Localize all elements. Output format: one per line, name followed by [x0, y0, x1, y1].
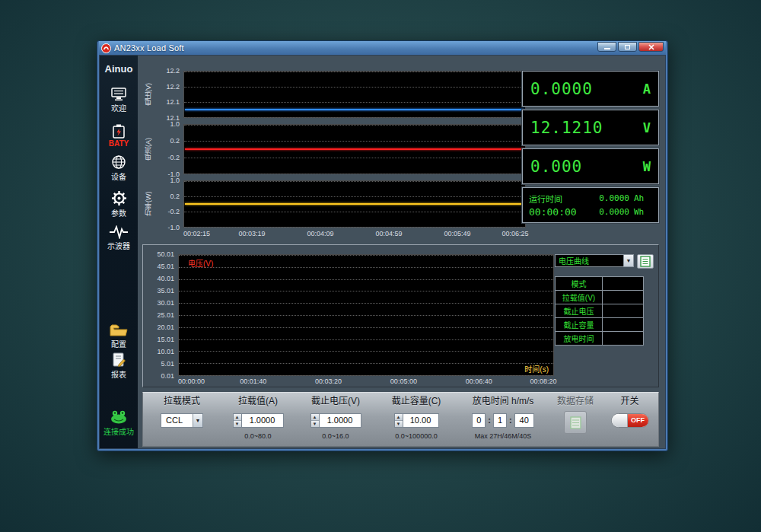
current-axis-label: 电流(A) — [143, 124, 153, 174]
strip-charts: 电压(V) 12.212.212.112.1 电流(A) 1.00.2-0.2-… — [142, 59, 527, 241]
param-value-cell — [603, 332, 644, 346]
export-report-button[interactable] — [637, 254, 654, 269]
chevron-down-icon[interactable]: ▼ — [623, 255, 633, 266]
y-tick-label: 20.01 — [157, 323, 174, 331]
y-tick-label: 12.1 — [166, 98, 180, 106]
y-tick-label: -1.0 — [167, 224, 180, 231]
y-tick-label: 10.01 — [157, 348, 174, 355]
x-tick-label: 00:04:59 — [375, 230, 402, 237]
param-value-cell — [603, 304, 644, 318]
current-plot — [183, 124, 526, 174]
minutes-field[interactable]: 1 — [493, 413, 507, 428]
current-display: 0.0000 A — [522, 71, 659, 107]
gridline — [179, 315, 553, 316]
app-logo-icon — [101, 43, 111, 53]
trace-电流 — [185, 148, 524, 150]
voltage-axis-label: 电压(V) — [143, 71, 153, 118]
spin-down-icon[interactable]: ▼ — [234, 421, 241, 427]
y-tick-label: -0.2 — [167, 208, 180, 215]
y-tick-label: 30.01 — [157, 299, 174, 307]
gridline — [184, 87, 525, 88]
strip-time-axis: 00:02:1500:03:1900:04:0900:04:5900:05:49… — [183, 230, 526, 239]
load-mode-header: 拉载模式 — [164, 393, 200, 409]
y-tick-label: 1.0 — [170, 120, 180, 128]
main-voltage-chart: 50.0145.0140.0135.0130.0125.0120.0115.01… — [145, 254, 556, 388]
y-tick-label: 0.01 — [161, 372, 174, 380]
connection-status: 连接成功 — [100, 410, 138, 437]
output-toggle[interactable]: OFF — [611, 413, 649, 428]
cutoff-capacity-header: 截止容量(C) — [392, 393, 441, 409]
y-tick-label: 40.01 — [157, 275, 174, 282]
cutoff-capacity-stepper[interactable]: ▲ ▼ 10.00 — [394, 413, 439, 428]
curve-section: 50.0145.0140.0135.0130.0125.0120.0115.01… — [142, 244, 659, 387]
y-tick-label: 45.01 — [157, 263, 174, 270]
folder-icon — [110, 323, 128, 337]
brand-logo: Ainuo — [100, 63, 138, 75]
param-value-cell — [603, 318, 644, 332]
spin-down-icon[interactable]: ▼ — [311, 421, 319, 427]
trend-charts-section: 电压(V) 12.212.212.112.1 电流(A) 1.00.2-0.2-… — [142, 59, 659, 241]
x-tick-label: 00:06:40 — [466, 377, 492, 385]
load-value-stepper[interactable]: ▲ ▼ 1.0000 — [233, 413, 284, 428]
sidebar-item-oscilloscope[interactable]: 示波器 — [100, 225, 138, 251]
ah-unit: Ah — [634, 193, 652, 203]
x-tick-label: 00:08:20 — [530, 377, 556, 385]
chevron-down-icon[interactable]: ▼ — [193, 414, 202, 427]
runtime-display: 运行时间 0.0000 Ah 00:00:00 0.0000 Wh — [522, 187, 659, 223]
minimize-icon — [604, 48, 610, 49]
ah-value: 0.0000 — [576, 193, 634, 203]
data-storage-button[interactable] — [564, 411, 587, 434]
sidebar-item-config[interactable]: 配置 — [100, 323, 138, 349]
main-area: 电压(V) 12.212.212.112.1 电流(A) 1.00.2-0.2-… — [138, 56, 665, 448]
x-tick-label: 00:03:20 — [315, 377, 342, 385]
gridline — [184, 141, 525, 142]
switch-header: 开关 — [620, 393, 638, 409]
battery-icon — [111, 124, 126, 139]
x-tick-label: 00:01:40 — [240, 377, 266, 385]
titlebar[interactable]: AN23xx Load Soft — [99, 41, 666, 55]
gridline — [184, 158, 525, 158]
spin-down-icon[interactable]: ▼ — [395, 421, 403, 427]
cutoff-capacity-field[interactable]: 10.00 — [403, 413, 439, 428]
gridline — [179, 279, 553, 280]
gridline — [184, 125, 525, 126]
sidebar-item-report[interactable]: 报表 — [100, 352, 138, 380]
cutoff-voltage-stepper[interactable]: ▲ ▼ 1.0000 — [310, 413, 361, 428]
gridline — [184, 117, 525, 118]
table-row: 截止容量 — [556, 318, 644, 332]
minimize-button[interactable] — [597, 42, 616, 52]
sidebar-item-baty[interactable]: BATY — [100, 124, 138, 148]
sidebar-item-parameters[interactable]: 参数 — [100, 190, 138, 218]
curve-type-select[interactable]: 电压曲线 ▼ — [555, 254, 634, 267]
seconds-field[interactable]: 40 — [514, 413, 534, 428]
spin-up-icon[interactable]: ▲ — [395, 414, 403, 421]
load-mode-select[interactable]: CCL ▼ — [161, 413, 203, 428]
gridline — [184, 227, 525, 228]
maximize-button[interactable] — [618, 42, 637, 52]
cutoff-voltage-field[interactable]: 1.0000 — [319, 413, 361, 428]
x-tick-label: 00:03:19 — [238, 230, 265, 237]
param-value-cell — [603, 277, 644, 291]
y-tick-label: 12.2 — [166, 67, 180, 75]
sidebar-item-welcome[interactable]: 欢迎 — [100, 88, 138, 113]
gridline — [179, 351, 553, 352]
x-tick-label: 00:05:49 — [444, 230, 470, 237]
y-tick-label: 50.01 — [157, 250, 174, 258]
load-value-header: 拉载值(A) — [238, 393, 278, 409]
sidebar-item-device[interactable]: 设备 — [100, 155, 138, 182]
gridline — [184, 181, 525, 182]
chart-xaxis-label: 时间(s) — [524, 363, 549, 374]
cutoff-voltage-range: 0.0~16.0 — [322, 432, 349, 440]
hours-field[interactable]: 0 — [472, 413, 486, 428]
voltage-plot — [183, 71, 526, 118]
gridline — [184, 72, 525, 72]
close-button[interactable] — [638, 42, 664, 52]
toggle-knob — [612, 414, 628, 427]
frog-icon — [110, 410, 128, 424]
gridline — [179, 363, 553, 364]
spin-up-icon[interactable]: ▲ — [234, 414, 241, 421]
spin-up-icon[interactable]: ▲ — [311, 414, 319, 421]
power-axis-label: 功率(W) — [143, 180, 153, 228]
load-value-field[interactable]: 1.0000 — [241, 413, 284, 428]
wh-unit: Wh — [634, 207, 652, 217]
